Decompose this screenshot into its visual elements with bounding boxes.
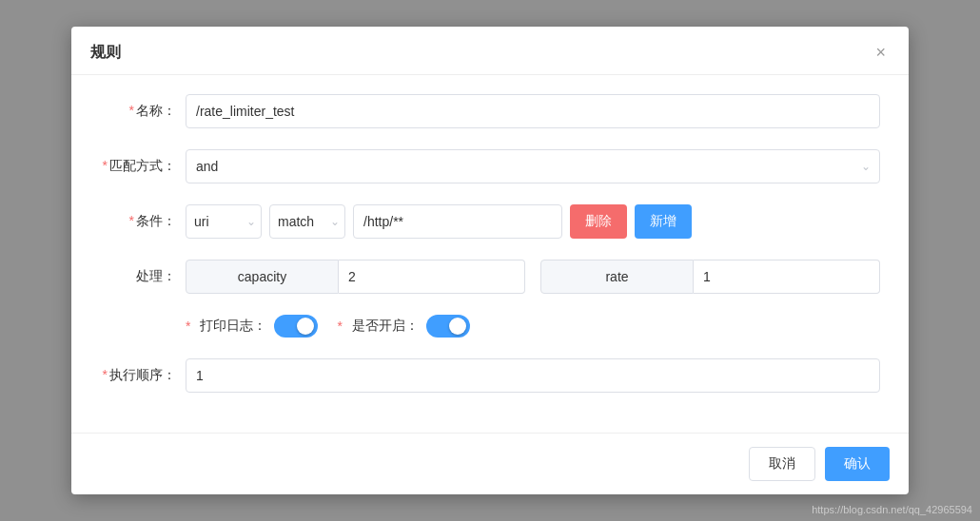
process-row: 处理： capacity rate <box>100 260 880 294</box>
enable-slider <box>426 315 470 338</box>
process-label: 处理： <box>100 268 176 285</box>
match-mode-label: *匹配方式： <box>100 158 176 175</box>
rate-block: rate <box>540 260 880 294</box>
match-mode-select-wrapper: and or ⌄ <box>186 149 880 183</box>
dialog: 规则 × *名称： *匹配方式： and or <box>71 27 909 494</box>
toggle-group: * 打印日志： * 是否开启： <box>186 315 470 338</box>
match-mode-select[interactable]: and or <box>186 149 880 183</box>
dialog-title: 规则 <box>90 43 121 63</box>
toggle-row: * 打印日志： * 是否开启： <box>100 315 880 338</box>
enable-toggle[interactable] <box>426 315 470 338</box>
rate-label: rate <box>540 260 694 294</box>
enable-label: 是否开启： <box>352 318 419 335</box>
condition-required-star: * <box>129 213 134 228</box>
uri-select-wrapper: uri method header ⌄ <box>186 204 262 239</box>
enable-item: * 是否开启： <box>337 315 469 338</box>
name-required-star: * <box>129 103 134 118</box>
cancel-button[interactable]: 取消 <box>749 447 815 481</box>
match-select[interactable]: match = != <box>269 204 345 239</box>
dialog-footer: 取消 确认 <box>71 433 909 494</box>
print-log-slider <box>274 315 318 338</box>
dialog-overlay: 规则 × *名称： *匹配方式： and or <box>0 0 980 521</box>
name-input[interactable] <box>186 94 880 128</box>
capacity-input[interactable] <box>339 260 525 294</box>
print-log-label: 打印日志： <box>200 318 266 335</box>
rate-input[interactable] <box>694 260 880 294</box>
add-button[interactable]: 新增 <box>635 204 692 239</box>
condition-controls: uri method header ⌄ match = != ⌄ <box>186 204 692 239</box>
dialog-header: 规则 × <box>71 27 909 75</box>
match-required-star: * <box>103 158 108 173</box>
delete-button[interactable]: 删除 <box>570 204 627 239</box>
print-log-required-star: * <box>186 318 190 334</box>
print-log-toggle[interactable] <box>274 315 318 338</box>
capacity-block: capacity <box>186 260 525 294</box>
name-row: *名称： <box>100 94 880 128</box>
condition-row: *条件： uri method header ⌄ match <box>100 204 880 239</box>
enable-required-star: * <box>337 318 342 334</box>
capacity-label: capacity <box>186 260 339 294</box>
match-mode-row: *匹配方式： and or ⌄ <box>100 149 880 183</box>
uri-select[interactable]: uri method header <box>186 204 262 239</box>
name-label: *名称： <box>100 103 176 120</box>
watermark: https://blog.csdn.net/qq_42965594 <box>812 504 972 515</box>
order-input[interactable] <box>186 358 880 393</box>
close-button[interactable]: × <box>872 42 890 63</box>
order-row: *执行顺序： <box>100 358 880 393</box>
condition-value-input[interactable] <box>353 204 562 239</box>
match-select-wrapper: match = != ⌄ <box>269 204 345 239</box>
condition-label: *条件： <box>100 213 176 230</box>
process-group: capacity rate <box>186 260 880 294</box>
dialog-body: *名称： *匹配方式： and or ⌄ <box>71 75 909 423</box>
confirm-button[interactable]: 确认 <box>825 447 890 481</box>
order-label: *执行顺序： <box>100 367 176 384</box>
print-log-item: * 打印日志： <box>186 315 318 338</box>
order-required-star: * <box>103 367 108 382</box>
